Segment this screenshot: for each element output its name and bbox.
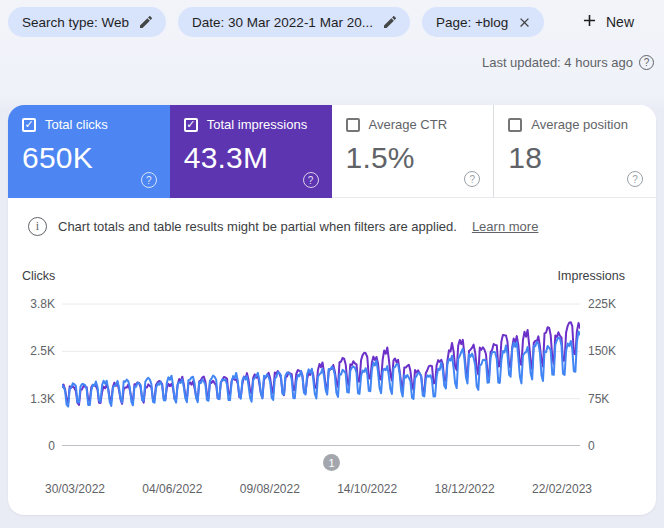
partial-data-notice: i Chart totals and table results might b… — [8, 198, 656, 255]
filter-chip-date[interactable]: Date: 30 Mar 2022-1 Mar 20... — [178, 7, 410, 37]
edit-icon[interactable] — [138, 14, 154, 30]
filter-chip-label: Page: +blog — [436, 15, 508, 30]
new-filter-button[interactable]: New — [580, 11, 634, 33]
tile-total-clicks[interactable]: ✓ Total clicks 650K ? — [8, 105, 170, 198]
checkbox-total-clicks[interactable]: ✓ — [22, 118, 36, 132]
left-axis-tick: 2.5K — [8, 344, 55, 358]
last-updated-text: Last updated: 4 hours ago — [482, 55, 633, 70]
x-axis-label: 30/03/2022 — [45, 482, 105, 496]
tile-value: 1.5% — [346, 141, 480, 175]
chart-page-indicator[interactable]: 1 — [323, 454, 340, 471]
filter-chip-label: Search type: Web — [22, 15, 129, 30]
help-icon[interactable]: ? — [303, 172, 319, 188]
filter-chip-label: Date: 30 Mar 2022-1 Mar 20... — [192, 15, 373, 30]
x-axis-label: 04/06/2022 — [142, 482, 202, 496]
x-axis-label: 22/02/2023 — [532, 482, 592, 496]
info-icon: i — [28, 217, 47, 236]
right-axis-tick: 0 — [588, 439, 595, 453]
x-axis-label: 14/10/2022 — [337, 482, 397, 496]
performance-chart-area: Clicks Impressions 3.8K2.5K1.3K0 225K150… — [8, 255, 656, 515]
filter-chip-page[interactable]: Page: +blog — [422, 7, 544, 37]
x-axis-label: 18/12/2022 — [435, 482, 495, 496]
plus-icon — [580, 11, 599, 33]
help-icon[interactable]: ? — [141, 172, 157, 188]
series-line-impressions[interactable] — [62, 322, 580, 405]
tile-label: Average position — [531, 117, 628, 132]
help-icon[interactable]: ? — [464, 171, 480, 187]
help-icon[interactable]: ? — [627, 171, 643, 187]
left-axis-tick: 0 — [8, 439, 55, 453]
tile-value: 18 — [508, 141, 642, 175]
close-icon[interactable] — [517, 15, 532, 30]
tile-value: 650K — [22, 141, 156, 175]
edit-icon[interactable] — [382, 14, 398, 30]
tile-label: Average CTR — [369, 117, 448, 132]
right-axis-tick: 150K — [588, 344, 616, 358]
tile-label: Total impressions — [207, 117, 307, 132]
checkbox-average-ctr[interactable] — [346, 118, 360, 132]
x-axis-label: 09/08/2022 — [240, 482, 300, 496]
checkbox-total-impressions[interactable]: ✓ — [184, 118, 198, 132]
right-axis-tick: 225K — [588, 297, 616, 311]
left-axis-tick: 3.8K — [8, 297, 55, 311]
tile-label: Total clicks — [45, 117, 108, 132]
left-axis-tick: 1.3K — [8, 392, 55, 406]
help-icon[interactable]: ? — [639, 55, 654, 70]
tile-average-ctr[interactable]: Average CTR 1.5% ? — [332, 105, 494, 198]
learn-more-link[interactable]: Learn more — [472, 219, 538, 234]
performance-line-chart[interactable] — [62, 270, 580, 447]
tile-average-position[interactable]: Average position 18 ? — [493, 105, 656, 198]
left-axis-title: Clicks — [22, 269, 55, 283]
checkbox-average-position[interactable] — [508, 118, 522, 132]
tile-total-impressions[interactable]: ✓ Total impressions 43.3M ? — [170, 105, 332, 198]
search-console-performance-page: Search type: Web Date: 30 Mar 2022-1 Mar… — [0, 0, 664, 528]
right-axis-tick: 75K — [588, 392, 609, 406]
tile-value: 43.3M — [184, 141, 318, 175]
metric-tiles: ✓ Total clicks 650K ? ✓ Total impression… — [8, 105, 656, 198]
performance-card: ✓ Total clicks 650K ? ✓ Total impression… — [8, 105, 656, 515]
last-updated-row: Last updated: 4 hours ago ? — [482, 55, 654, 70]
notice-text: Chart totals and table results might be … — [58, 219, 457, 234]
filter-chip-search-type[interactable]: Search type: Web — [8, 7, 166, 37]
filter-bar: Search type: Web Date: 30 Mar 2022-1 Mar… — [8, 7, 648, 37]
new-filter-label: New — [606, 14, 634, 30]
